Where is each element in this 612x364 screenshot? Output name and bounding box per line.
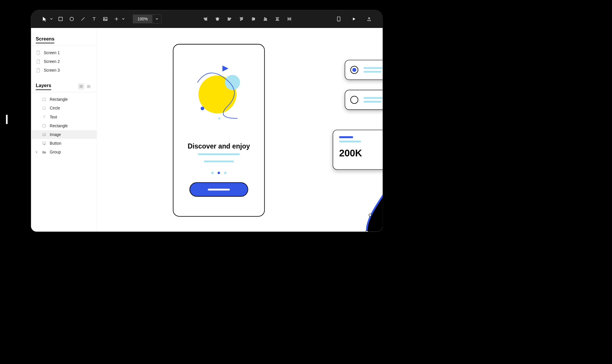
align-top-icon[interactable] — [236, 13, 247, 24]
option-card[interactable] — [345, 90, 383, 110]
svg-point-20 — [218, 117, 220, 119]
screen-item[interactable]: Screen 2 — [31, 57, 97, 66]
card-text-placeholder — [363, 67, 383, 73]
image-icon — [42, 132, 46, 137]
screen-label: Screen 2 — [44, 59, 60, 64]
screen-label: Screen 1 — [44, 50, 60, 55]
dot-active-icon[interactable] — [218, 172, 220, 174]
list-view-icon[interactable] — [78, 83, 84, 90]
alignment-group — [200, 13, 295, 24]
layer-label: Group — [50, 150, 61, 155]
svg-point-19 — [201, 107, 204, 110]
layer-label: Rectangle — [50, 123, 68, 128]
layers-title-text: Layers — [36, 83, 51, 90]
zoom-dropdown[interactable] — [152, 15, 161, 23]
screen-item[interactable]: Screen 1 — [31, 48, 97, 57]
layer-label: Rectangle — [50, 97, 68, 102]
screen-item[interactable]: Screen 3 — [31, 66, 97, 75]
svg-point-12 — [43, 107, 46, 110]
primary-button[interactable] — [189, 182, 248, 197]
align-bottom-icon[interactable] — [260, 13, 271, 24]
layer-item[interactable]: Circle — [31, 104, 97, 113]
layer-item-selected[interactable]: Image — [31, 130, 97, 139]
screens-panel-title: Screens — [31, 36, 97, 45]
zoom-control[interactable]: 100% — [133, 15, 161, 23]
svg-rect-9 — [87, 86, 89, 88]
phone-artboard[interactable]: Discover and enjoy — [173, 44, 265, 217]
stat-placeholder-bar — [339, 141, 361, 142]
card-text-placeholder — [363, 97, 383, 103]
svg-rect-10 — [89, 86, 90, 88]
add-tool[interactable] — [111, 13, 122, 24]
svg-point-18 — [225, 75, 240, 90]
zoom-value[interactable]: 100% — [133, 15, 152, 23]
layer-label: Button — [50, 141, 61, 146]
stat-value: 200K — [339, 148, 383, 159]
phone-subtext — [173, 152, 264, 163]
image-tool[interactable] — [100, 13, 111, 24]
pagination-dots[interactable] — [173, 171, 264, 175]
distribute-vertical-icon[interactable] — [272, 13, 283, 24]
layer-item[interactable]: Text — [31, 113, 97, 121]
text-tool[interactable] — [89, 13, 100, 24]
grid-view-icon[interactable] — [85, 83, 92, 90]
share-button[interactable] — [363, 13, 374, 24]
rectangle-icon — [42, 123, 46, 128]
svg-line-2 — [81, 17, 85, 21]
svg-rect-0 — [59, 17, 62, 21]
toolbar: 100% — [31, 10, 383, 28]
screens-list: Screen 1 Screen 2 Screen 3 — [31, 47, 97, 83]
rectangle-icon — [42, 97, 46, 102]
flame-shape-editing[interactable] — [361, 188, 383, 232]
layer-label: Circle — [50, 106, 60, 111]
layer-item[interactable]: Rectangle — [31, 95, 97, 104]
folder-icon — [42, 150, 46, 154]
align-right-icon[interactable] — [200, 13, 211, 24]
play-button[interactable] — [348, 13, 359, 24]
distribute-horizontal-icon[interactable] — [284, 13, 295, 24]
button-icon — [42, 141, 46, 146]
device-preview-icon[interactable] — [333, 13, 344, 24]
phone-headline: Discover and enjoy — [173, 142, 264, 150]
select-tool[interactable] — [39, 13, 50, 24]
svg-rect-14 — [43, 133, 46, 136]
rectangle-tool[interactable] — [55, 13, 66, 24]
canvas[interactable]: Discover and enjoy — [97, 28, 383, 232]
page-icon — [36, 50, 41, 55]
ellipse-tool[interactable] — [66, 13, 77, 24]
line-tool[interactable] — [77, 13, 88, 24]
text-cursor-icon — [6, 115, 8, 124]
dot-icon[interactable] — [211, 172, 213, 174]
chevron-right-icon[interactable] — [36, 151, 39, 153]
align-hcenter-icon[interactable] — [212, 13, 223, 24]
layer-label: Image — [50, 132, 61, 137]
align-left-icon[interactable] — [224, 13, 235, 24]
svg-rect-11 — [43, 98, 46, 101]
sidebar: Screens Screen 1 Screen 2 Screen 3 Laye — [31, 28, 97, 232]
option-card-selected[interactable] — [345, 60, 383, 80]
radio-selected-icon[interactable] — [350, 66, 358, 74]
svg-rect-7 — [87, 85, 89, 86]
layer-item[interactable]: Rectangle — [31, 121, 97, 130]
screens-title-text: Screens — [36, 36, 54, 43]
app-window: 100% — [31, 10, 383, 232]
page-icon — [36, 59, 41, 64]
align-vcenter-icon[interactable] — [248, 13, 259, 24]
svg-point-6 — [339, 20, 339, 21]
dot-icon[interactable] — [224, 172, 226, 174]
stat-placeholder-bar — [339, 136, 353, 138]
layer-item-group[interactable]: Group — [31, 148, 97, 156]
svg-rect-8 — [89, 85, 90, 86]
svg-point-1 — [70, 17, 73, 21]
layer-label: Text — [50, 115, 57, 119]
circle-icon — [42, 106, 46, 110]
layer-item[interactable]: Button — [31, 139, 97, 148]
stat-card[interactable]: 200K — [333, 130, 383, 170]
page-icon — [36, 68, 41, 73]
screen-label: Screen 3 — [44, 68, 60, 73]
illustration — [185, 56, 253, 126]
svg-rect-3 — [103, 17, 107, 21]
vector-node[interactable] — [369, 214, 372, 217]
vector-node[interactable] — [365, 230, 368, 232]
radio-icon[interactable] — [350, 96, 358, 104]
